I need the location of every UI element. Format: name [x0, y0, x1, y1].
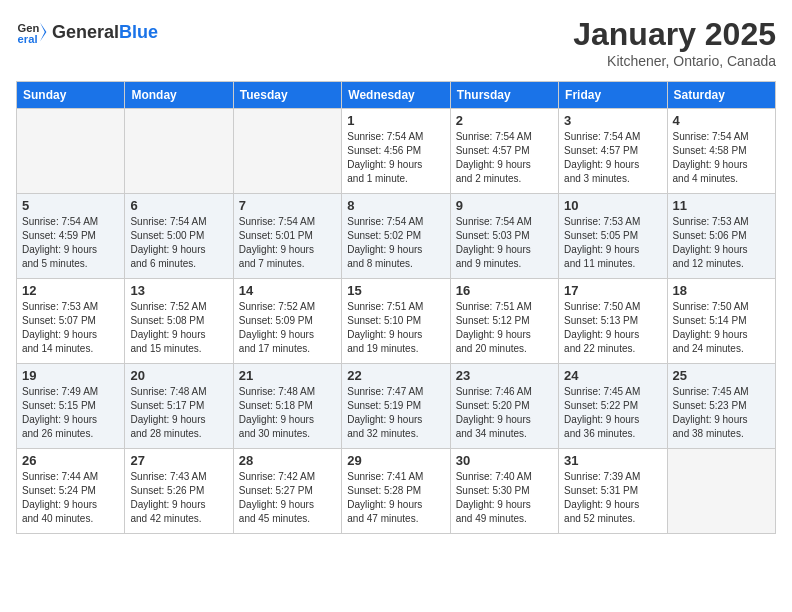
- day-info: Sunrise: 7:46 AM Sunset: 5:20 PM Dayligh…: [456, 385, 553, 441]
- day-number: 6: [130, 198, 227, 213]
- calendar-day-cell: 23Sunrise: 7:46 AM Sunset: 5:20 PM Dayli…: [450, 364, 558, 449]
- day-number: 13: [130, 283, 227, 298]
- day-info: Sunrise: 7:52 AM Sunset: 5:08 PM Dayligh…: [130, 300, 227, 356]
- month-title: January 2025: [573, 16, 776, 53]
- calendar-day-cell: 20Sunrise: 7:48 AM Sunset: 5:17 PM Dayli…: [125, 364, 233, 449]
- day-info: Sunrise: 7:41 AM Sunset: 5:28 PM Dayligh…: [347, 470, 444, 526]
- day-info: Sunrise: 7:54 AM Sunset: 4:56 PM Dayligh…: [347, 130, 444, 186]
- day-info: Sunrise: 7:53 AM Sunset: 5:07 PM Dayligh…: [22, 300, 119, 356]
- day-header: Tuesday: [233, 82, 341, 109]
- day-number: 12: [22, 283, 119, 298]
- calendar-day-cell: 16Sunrise: 7:51 AM Sunset: 5:12 PM Dayli…: [450, 279, 558, 364]
- calendar-empty-cell: [667, 449, 775, 534]
- day-header: Thursday: [450, 82, 558, 109]
- day-info: Sunrise: 7:51 AM Sunset: 5:10 PM Dayligh…: [347, 300, 444, 356]
- day-number: 7: [239, 198, 336, 213]
- day-number: 30: [456, 453, 553, 468]
- day-header: Friday: [559, 82, 667, 109]
- page-header: Gen eral GeneralBlue January 2025 Kitche…: [16, 16, 776, 69]
- calendar-empty-cell: [233, 109, 341, 194]
- day-number: 11: [673, 198, 770, 213]
- calendar-day-cell: 26Sunrise: 7:44 AM Sunset: 5:24 PM Dayli…: [17, 449, 125, 534]
- calendar-day-cell: 12Sunrise: 7:53 AM Sunset: 5:07 PM Dayli…: [17, 279, 125, 364]
- day-number: 8: [347, 198, 444, 213]
- day-number: 18: [673, 283, 770, 298]
- day-number: 28: [239, 453, 336, 468]
- calendar-header-row: SundayMondayTuesdayWednesdayThursdayFrid…: [17, 82, 776, 109]
- calendar-day-cell: 6Sunrise: 7:54 AM Sunset: 5:00 PM Daylig…: [125, 194, 233, 279]
- day-info: Sunrise: 7:51 AM Sunset: 5:12 PM Dayligh…: [456, 300, 553, 356]
- day-number: 25: [673, 368, 770, 383]
- day-info: Sunrise: 7:50 AM Sunset: 5:13 PM Dayligh…: [564, 300, 661, 356]
- day-info: Sunrise: 7:54 AM Sunset: 5:00 PM Dayligh…: [130, 215, 227, 271]
- day-number: 29: [347, 453, 444, 468]
- logo: Gen eral GeneralBlue: [16, 16, 158, 48]
- calendar-day-cell: 19Sunrise: 7:49 AM Sunset: 5:15 PM Dayli…: [17, 364, 125, 449]
- calendar-day-cell: 7Sunrise: 7:54 AM Sunset: 5:01 PM Daylig…: [233, 194, 341, 279]
- day-info: Sunrise: 7:49 AM Sunset: 5:15 PM Dayligh…: [22, 385, 119, 441]
- calendar-day-cell: 28Sunrise: 7:42 AM Sunset: 5:27 PM Dayli…: [233, 449, 341, 534]
- day-number: 1: [347, 113, 444, 128]
- calendar-week-row: 1Sunrise: 7:54 AM Sunset: 4:56 PM Daylig…: [17, 109, 776, 194]
- day-number: 9: [456, 198, 553, 213]
- day-info: Sunrise: 7:44 AM Sunset: 5:24 PM Dayligh…: [22, 470, 119, 526]
- day-number: 15: [347, 283, 444, 298]
- day-number: 19: [22, 368, 119, 383]
- calendar-day-cell: 21Sunrise: 7:48 AM Sunset: 5:18 PM Dayli…: [233, 364, 341, 449]
- calendar-day-cell: 1Sunrise: 7:54 AM Sunset: 4:56 PM Daylig…: [342, 109, 450, 194]
- day-info: Sunrise: 7:53 AM Sunset: 5:06 PM Dayligh…: [673, 215, 770, 271]
- day-info: Sunrise: 7:45 AM Sunset: 5:22 PM Dayligh…: [564, 385, 661, 441]
- calendar-day-cell: 10Sunrise: 7:53 AM Sunset: 5:05 PM Dayli…: [559, 194, 667, 279]
- day-info: Sunrise: 7:50 AM Sunset: 5:14 PM Dayligh…: [673, 300, 770, 356]
- day-number: 17: [564, 283, 661, 298]
- day-info: Sunrise: 7:39 AM Sunset: 5:31 PM Dayligh…: [564, 470, 661, 526]
- calendar-day-cell: 29Sunrise: 7:41 AM Sunset: 5:28 PM Dayli…: [342, 449, 450, 534]
- day-info: Sunrise: 7:43 AM Sunset: 5:26 PM Dayligh…: [130, 470, 227, 526]
- calendar-day-cell: 5Sunrise: 7:54 AM Sunset: 4:59 PM Daylig…: [17, 194, 125, 279]
- day-info: Sunrise: 7:48 AM Sunset: 5:18 PM Dayligh…: [239, 385, 336, 441]
- day-number: 21: [239, 368, 336, 383]
- day-header: Monday: [125, 82, 233, 109]
- day-number: 4: [673, 113, 770, 128]
- day-info: Sunrise: 7:54 AM Sunset: 5:01 PM Dayligh…: [239, 215, 336, 271]
- svg-text:eral: eral: [18, 33, 38, 45]
- location-title: Kitchener, Ontario, Canada: [573, 53, 776, 69]
- calendar-day-cell: 11Sunrise: 7:53 AM Sunset: 5:06 PM Dayli…: [667, 194, 775, 279]
- day-number: 31: [564, 453, 661, 468]
- day-info: Sunrise: 7:54 AM Sunset: 4:58 PM Dayligh…: [673, 130, 770, 186]
- logo-text: GeneralBlue: [52, 23, 158, 41]
- day-info: Sunrise: 7:52 AM Sunset: 5:09 PM Dayligh…: [239, 300, 336, 356]
- day-info: Sunrise: 7:54 AM Sunset: 5:02 PM Dayligh…: [347, 215, 444, 271]
- day-number: 20: [130, 368, 227, 383]
- day-number: 3: [564, 113, 661, 128]
- calendar-day-cell: 17Sunrise: 7:50 AM Sunset: 5:13 PM Dayli…: [559, 279, 667, 364]
- day-number: 5: [22, 198, 119, 213]
- calendar-day-cell: 14Sunrise: 7:52 AM Sunset: 5:09 PM Dayli…: [233, 279, 341, 364]
- svg-text:Gen: Gen: [18, 22, 40, 34]
- day-info: Sunrise: 7:40 AM Sunset: 5:30 PM Dayligh…: [456, 470, 553, 526]
- calendar-week-row: 26Sunrise: 7:44 AM Sunset: 5:24 PM Dayli…: [17, 449, 776, 534]
- day-number: 24: [564, 368, 661, 383]
- day-header: Wednesday: [342, 82, 450, 109]
- day-number: 23: [456, 368, 553, 383]
- svg-marker-2: [40, 22, 46, 41]
- day-info: Sunrise: 7:54 AM Sunset: 5:03 PM Dayligh…: [456, 215, 553, 271]
- logo-icon: Gen eral: [16, 16, 48, 48]
- day-header: Saturday: [667, 82, 775, 109]
- calendar-day-cell: 25Sunrise: 7:45 AM Sunset: 5:23 PM Dayli…: [667, 364, 775, 449]
- day-info: Sunrise: 7:54 AM Sunset: 4:57 PM Dayligh…: [456, 130, 553, 186]
- day-number: 16: [456, 283, 553, 298]
- day-header: Sunday: [17, 82, 125, 109]
- calendar-empty-cell: [125, 109, 233, 194]
- day-info: Sunrise: 7:48 AM Sunset: 5:17 PM Dayligh…: [130, 385, 227, 441]
- calendar-day-cell: 8Sunrise: 7:54 AM Sunset: 5:02 PM Daylig…: [342, 194, 450, 279]
- calendar-table: SundayMondayTuesdayWednesdayThursdayFrid…: [16, 81, 776, 534]
- calendar-day-cell: 3Sunrise: 7:54 AM Sunset: 4:57 PM Daylig…: [559, 109, 667, 194]
- calendar-week-row: 19Sunrise: 7:49 AM Sunset: 5:15 PM Dayli…: [17, 364, 776, 449]
- calendar-day-cell: 22Sunrise: 7:47 AM Sunset: 5:19 PM Dayli…: [342, 364, 450, 449]
- calendar-day-cell: 31Sunrise: 7:39 AM Sunset: 5:31 PM Dayli…: [559, 449, 667, 534]
- calendar-day-cell: 27Sunrise: 7:43 AM Sunset: 5:26 PM Dayli…: [125, 449, 233, 534]
- day-number: 10: [564, 198, 661, 213]
- calendar-day-cell: 24Sunrise: 7:45 AM Sunset: 5:22 PM Dayli…: [559, 364, 667, 449]
- day-info: Sunrise: 7:54 AM Sunset: 4:59 PM Dayligh…: [22, 215, 119, 271]
